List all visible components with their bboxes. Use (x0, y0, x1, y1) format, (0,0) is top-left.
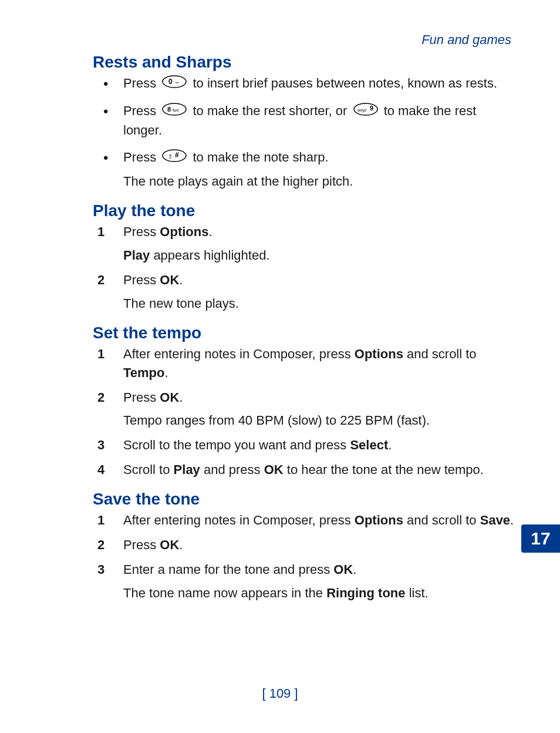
step-number: 2 (97, 271, 104, 290)
key-9-icon: wxyz9 (353, 102, 378, 121)
svg-text:8: 8 (167, 106, 171, 113)
sub-note: The note plays again at the higher pitch… (123, 172, 515, 191)
list-item: 1 After entering notes in Composer, pres… (93, 511, 515, 530)
key-8-icon: 8tuv (162, 102, 187, 121)
sub-note: The tone name now appears in the Ringing… (123, 584, 515, 603)
key-0-icon: 0⌣ (162, 75, 187, 93)
play-list: 1 Press Options. Play appears highlighte… (93, 223, 515, 313)
list-item: Press ⇧# to make the note sharp. The not… (93, 148, 515, 191)
step-number: 3 (97, 560, 104, 579)
list-item: 2 Press OK. The new tone plays. (93, 271, 515, 313)
heading-rests-sharps: Rests and Sharps (93, 53, 515, 72)
list-item: 1 After entering notes in Composer, pres… (93, 345, 515, 382)
page-number: [ 109 ] (0, 686, 560, 701)
list-item: 4 Scroll to Play and press OK to hear th… (93, 460, 515, 479)
rests-list: Press 0⌣ to insert brief pauses between … (93, 74, 515, 191)
sub-note: The new tone plays. (123, 294, 515, 313)
svg-text:⇧: ⇧ (168, 153, 173, 160)
chapter-header: Fun and games (421, 32, 511, 48)
save-list: 1 After entering notes in Composer, pres… (93, 511, 515, 603)
svg-text:0: 0 (168, 78, 173, 86)
step-number: 1 (97, 511, 104, 530)
step-number: 2 (97, 536, 104, 554)
heading-save-tone: Save the tone (93, 490, 515, 509)
step-number: 2 (97, 388, 104, 407)
chapter-tab: 17 (521, 524, 560, 553)
svg-text:#: # (175, 151, 179, 159)
list-item: 2 Press OK. Tempo ranges from 40 BPM (sl… (93, 388, 515, 431)
svg-point-9 (163, 150, 186, 162)
list-item: 2 Press OK. (93, 536, 515, 554)
svg-text:wxyz: wxyz (357, 108, 367, 113)
sub-note: Tempo ranges from 40 BPM (slow) to 225 B… (123, 411, 515, 430)
step-number: 3 (97, 436, 104, 455)
list-item: 3 Enter a name for the tone and press OK… (93, 560, 515, 603)
heading-play-tone: Play the tone (93, 201, 515, 220)
svg-text:tuv: tuv (173, 107, 179, 113)
svg-text:9: 9 (370, 105, 373, 112)
list-item: 1 Press Options. Play appears highlighte… (93, 223, 515, 265)
svg-text:⌣: ⌣ (175, 78, 179, 85)
svg-point-0 (163, 76, 186, 88)
step-number: 4 (97, 460, 104, 479)
step-number: 1 (97, 223, 104, 241)
sub-note: Play appears highlighted. (123, 246, 515, 265)
list-item: Press 8tuv to make the rest shorter, or … (93, 102, 515, 140)
key-hash-icon: ⇧# (162, 149, 187, 167)
step-number: 1 (97, 345, 104, 364)
tempo-list: 1 After entering notes in Composer, pres… (93, 345, 515, 479)
page-content: Rests and Sharps Press 0⌣ to insert brie… (93, 53, 515, 608)
heading-set-tempo: Set the tempo (93, 324, 515, 342)
list-item: 3 Scroll to the tempo you want and press… (93, 436, 515, 455)
list-item: Press 0⌣ to insert brief pauses between … (93, 74, 515, 93)
